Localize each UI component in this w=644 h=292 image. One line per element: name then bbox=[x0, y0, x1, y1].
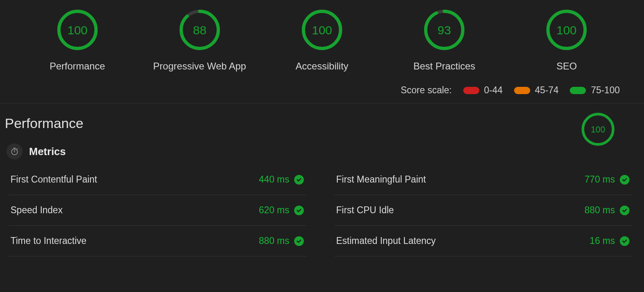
legend-item-warn: 45-74 bbox=[514, 85, 559, 96]
gauge-pwa-label: Progressive Web App bbox=[153, 61, 246, 72]
metric-label: First Meaningful Paint bbox=[336, 174, 426, 185]
metric-value: 770 ms bbox=[585, 174, 629, 185]
gauge-accessibility-score: 100 bbox=[312, 23, 332, 37]
metric-value: 620 ms bbox=[259, 205, 304, 216]
metric-speed-index[interactable]: Speed Index 620 ms bbox=[9, 195, 306, 226]
checkmark-icon bbox=[294, 175, 304, 185]
score-scale-label: Score scale: bbox=[401, 85, 452, 96]
gauge-performance-ring: 100 bbox=[56, 8, 99, 52]
section-mini-score: 100 bbox=[591, 125, 605, 134]
legend-fail-range: 0-44 bbox=[484, 85, 503, 96]
metrics-header: Metrics bbox=[6, 143, 636, 160]
gauge-accessibility-label: Accessibility bbox=[296, 61, 349, 72]
pill-pass-icon bbox=[570, 87, 586, 94]
metric-label: Time to Interactive bbox=[10, 235, 86, 246]
legend-item-pass: 75-100 bbox=[570, 85, 620, 96]
metrics-grid: First Contentful Paint 440 ms First Mean… bbox=[5, 164, 636, 256]
legend-warn-range: 45-74 bbox=[535, 85, 559, 96]
gauge-best-practices-ring: 93 bbox=[422, 8, 466, 52]
performance-section: Performance 100 Metrics First Contentful… bbox=[0, 103, 644, 256]
score-scale-legend: Score scale: 0-44 45-74 75-100 bbox=[0, 72, 644, 103]
pill-warn-icon bbox=[514, 87, 530, 94]
metric-label: First Contentful Paint bbox=[10, 174, 97, 185]
section-mini-gauge: 100 bbox=[580, 111, 616, 149]
gauge-pwa[interactable]: 88 Progressive Web App bbox=[147, 8, 252, 72]
gauges-row: 100 Performance 88 Progressive Web App 1… bbox=[0, 0, 644, 72]
pill-fail-icon bbox=[463, 87, 479, 94]
gauge-seo-ring: 100 bbox=[545, 8, 588, 52]
section-title: Performance bbox=[5, 116, 636, 131]
gauge-seo-label: SEO bbox=[556, 61, 577, 72]
metric-value: 440 ms bbox=[259, 174, 304, 185]
metric-estimated-input-latency[interactable]: Estimated Input Latency 16 ms bbox=[335, 226, 632, 256]
checkmark-icon bbox=[294, 206, 304, 215]
legend-pass-range: 75-100 bbox=[591, 85, 620, 96]
gauge-accessibility-ring: 100 bbox=[300, 8, 344, 52]
checkmark-icon bbox=[620, 206, 629, 215]
metric-label: First CPU Idle bbox=[336, 205, 394, 216]
gauge-performance[interactable]: 100 Performance bbox=[25, 8, 130, 72]
metric-label: Speed Index bbox=[10, 205, 63, 216]
metric-first-cpu-idle[interactable]: First CPU Idle 880 ms bbox=[335, 195, 632, 226]
checkmark-icon bbox=[294, 236, 304, 246]
gauge-seo-score: 100 bbox=[556, 23, 577, 37]
checkmark-icon bbox=[620, 175, 629, 185]
checkmark-icon bbox=[620, 236, 629, 246]
gauge-accessibility[interactable]: 100 Accessibility bbox=[270, 8, 374, 72]
metric-value: 880 ms bbox=[585, 205, 629, 216]
gauge-seo[interactable]: 100 SEO bbox=[514, 8, 619, 72]
metrics-title: Metrics bbox=[29, 145, 66, 158]
gauge-performance-label: Performance bbox=[50, 61, 105, 72]
legend-item-fail: 0-44 bbox=[463, 85, 503, 96]
gauge-best-practices-label: Best Practices bbox=[413, 61, 475, 72]
metric-value: 16 ms bbox=[590, 235, 629, 246]
metric-value: 880 ms bbox=[259, 235, 304, 246]
metric-first-contentful-paint[interactable]: First Contentful Paint 440 ms bbox=[9, 164, 306, 195]
gauge-pwa-ring: 88 bbox=[178, 8, 222, 52]
stopwatch-icon bbox=[6, 143, 23, 160]
gauge-performance-score: 100 bbox=[67, 23, 88, 37]
metric-first-meaningful-paint[interactable]: First Meaningful Paint 770 ms bbox=[335, 164, 632, 195]
gauge-best-practices[interactable]: 93 Best Practices bbox=[392, 8, 497, 72]
gauge-best-practices-score: 93 bbox=[437, 23, 451, 37]
gauge-pwa-score: 88 bbox=[193, 23, 206, 37]
metric-label: Estimated Input Latency bbox=[336, 235, 436, 246]
metric-time-to-interactive[interactable]: Time to Interactive 880 ms bbox=[9, 226, 306, 256]
